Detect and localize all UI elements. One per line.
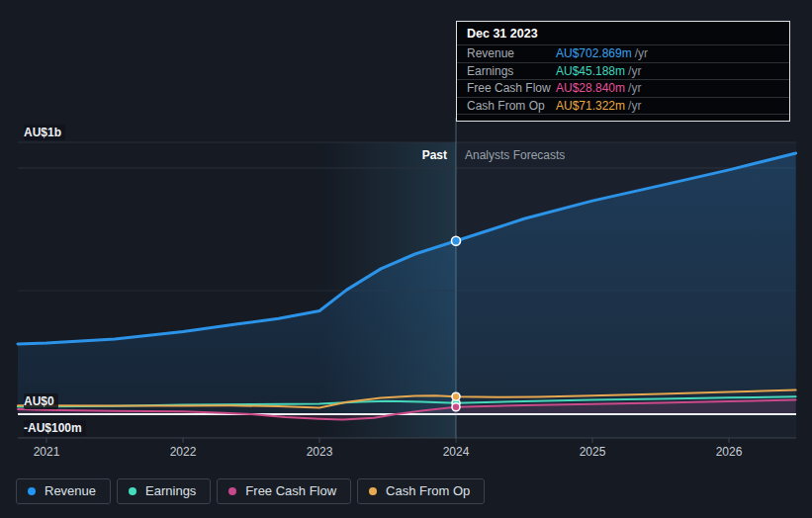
y-axis-label-0: AU$0 [24, 393, 58, 409]
legend-item-earnings[interactable]: Earnings [117, 478, 211, 504]
tooltip-label: Earnings [467, 64, 556, 78]
tooltip-unit: /yr [628, 64, 641, 78]
legend-item-label: Cash From Op [386, 484, 470, 498]
tooltip-unit: /yr [635, 46, 648, 60]
financial-forecast-chart: AU$1b AU$0 -AU$100m Past Analysts Foreca… [0, 0, 812, 518]
y-axis-label-1b: AU$1b [24, 125, 65, 140]
x-axis-label: 2022 [158, 445, 208, 459]
y-axis-label-neg100m: -AU$100m [24, 420, 86, 436]
earnings-dot-icon [129, 487, 136, 495]
legend-item-revenue[interactable]: Revenue [16, 478, 111, 504]
x-axis-label: 2021 [22, 445, 71, 459]
legend-item-free-cash-flow[interactable]: Free Cash Flow [217, 478, 351, 504]
data-tooltip: Dec 31 2023 Revenue AU$702.869m /yr Earn… [456, 21, 790, 122]
tooltip-value: AU$71.322m [556, 99, 625, 113]
tooltip-value: AU$45.188m [556, 64, 625, 78]
x-axis-label: 2025 [568, 445, 617, 459]
tooltip-label: Free Cash Flow [467, 81, 556, 95]
tooltip-row-earnings: Earnings AU$45.188m /yr [457, 63, 789, 81]
x-axis-label: 2024 [431, 445, 481, 459]
tooltip-unit: /yr [628, 81, 641, 95]
cash-from-op-dot-icon [369, 487, 377, 495]
tooltip-unit: /yr [628, 99, 641, 113]
analysts-forecasts-label: Analysts Forecasts [465, 148, 565, 162]
free-cash-flow-dot-icon [228, 487, 236, 495]
legend-item-label: Revenue [45, 484, 96, 498]
tooltip-value: AU$702.869m [556, 46, 632, 60]
x-axis-label: 2026 [704, 445, 754, 459]
tooltip-label: Cash From Op [467, 99, 556, 113]
legend-item-cash-from-op[interactable]: Cash From Op [357, 478, 485, 504]
tooltip-row-free-cash-flow: Free Cash Flow AU$28.840m /yr [457, 80, 789, 98]
tooltip-date: Dec 31 2023 [457, 22, 789, 45]
past-label: Past [0, 148, 447, 162]
legend-item-label: Earnings [145, 484, 196, 498]
tooltip-row-cash-from-op: Cash From Op AU$71.322m /yr [457, 98, 789, 116]
chart-legend: Revenue Earnings Free Cash Flow Cash Fro… [16, 478, 485, 504]
tooltip-row-revenue: Revenue AU$702.869m /yr [457, 45, 789, 63]
x-axis-label: 2023 [295, 445, 344, 459]
tooltip-label: Revenue [467, 46, 556, 60]
tooltip-value: AU$28.840m [556, 81, 625, 95]
legend-item-label: Free Cash Flow [245, 484, 336, 498]
revenue-dot-icon [28, 487, 36, 495]
